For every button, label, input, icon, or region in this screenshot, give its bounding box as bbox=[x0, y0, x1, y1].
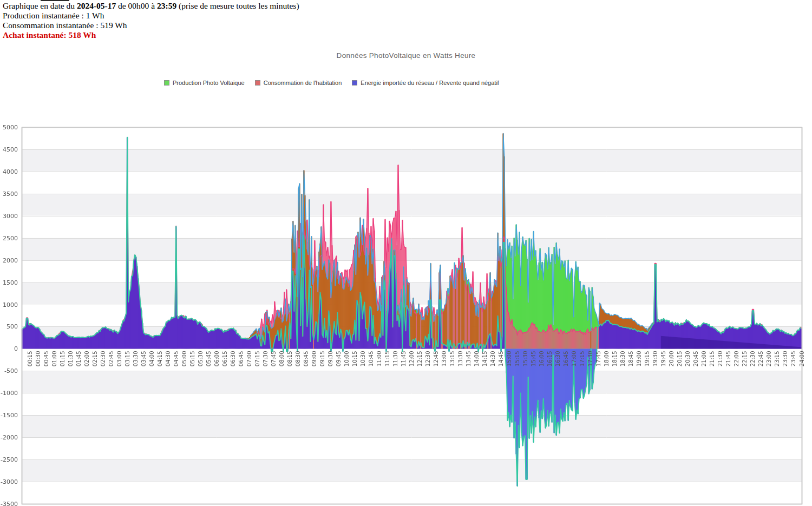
pv-area-chart bbox=[0, 0, 812, 506]
page: Graphique en date du 2024-05-17 de 00h00… bbox=[0, 0, 812, 506]
